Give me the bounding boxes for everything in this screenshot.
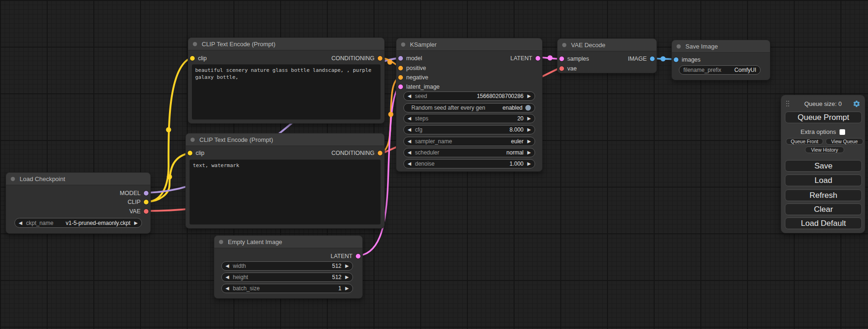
scheduler-widget[interactable]: ◀ scheduler normal ▶ xyxy=(403,148,535,157)
node-title-bar[interactable]: KSampler xyxy=(396,38,542,51)
node-clip-text-encode-positive[interactable]: CLIP Text Encode (Prompt) clip CONDITION… xyxy=(188,37,385,124)
sampler-name-widget[interactable]: ◀ sampler_name euler ▶ xyxy=(403,137,535,146)
latent-image-input-dot[interactable] xyxy=(398,84,403,89)
node-title-bar[interactable]: Empty Latent Image xyxy=(214,236,362,248)
arrow-right-icon[interactable]: ▶ xyxy=(345,264,349,268)
image-output-dot[interactable] xyxy=(650,56,655,61)
queue-front-button[interactable]: Queue Front xyxy=(786,138,823,145)
collapse-dot-icon[interactable] xyxy=(191,138,195,142)
vae-output-dot[interactable] xyxy=(144,209,148,214)
arrow-right-icon[interactable]: ▶ xyxy=(527,94,531,98)
arrow-left-icon[interactable]: ◀ xyxy=(408,161,411,166)
negative-input-dot[interactable] xyxy=(398,75,403,80)
gear-icon[interactable] xyxy=(853,100,861,108)
model-input-dot[interactable] xyxy=(398,56,403,61)
arrow-left-icon[interactable]: ◀ xyxy=(408,150,411,155)
arrow-left-icon[interactable]: ◀ xyxy=(408,127,411,132)
arrow-left-icon[interactable]: ◀ xyxy=(408,94,411,98)
node-load-checkpoint[interactable]: Load Checkpoint MODEL CLIP VAE ◀ ckpt_na… xyxy=(6,172,151,234)
steps-widget[interactable]: ◀ steps 20 ▶ xyxy=(403,114,535,123)
conditioning-output-dot[interactable] xyxy=(378,56,382,61)
node-title-bar[interactable]: CLIP Text Encode (Prompt) xyxy=(188,38,384,50)
link-dot[interactable] xyxy=(661,56,666,62)
height-widget[interactable]: ◀ height 512 ▶ xyxy=(221,273,353,282)
arrow-left-icon[interactable]: ◀ xyxy=(408,116,411,121)
output-conditioning: CONDITIONING xyxy=(332,150,382,156)
node-title-bar[interactable]: Save Image xyxy=(672,40,770,53)
seed-widget[interactable]: ◀ seed 156680208700286 ▶ xyxy=(403,91,535,101)
arrow-left-icon[interactable]: ◀ xyxy=(19,221,22,225)
arrow-left-icon[interactable]: ◀ xyxy=(226,264,229,268)
save-button[interactable]: Save xyxy=(785,160,862,172)
widget-label: cfg xyxy=(415,126,423,133)
arrow-left-icon[interactable]: ◀ xyxy=(226,286,229,291)
random-seed-toggle-widget[interactable]: Random seed after every gen enabled xyxy=(403,103,535,112)
latent-output-dot[interactable] xyxy=(356,254,360,259)
negative-prompt-textarea[interactable]: text, watermark xyxy=(190,160,381,224)
queue-panel-header: Queue size: 0 xyxy=(781,100,865,107)
node-ksampler[interactable]: KSampler model positive negative latent_… xyxy=(396,38,543,172)
node-vae-decode[interactable]: VAE Decode samples vae IMAGE xyxy=(557,38,657,73)
toggle-indicator-icon[interactable] xyxy=(525,105,531,111)
arrow-right-icon[interactable]: ▶ xyxy=(527,127,531,132)
node-save-image[interactable]: Save Image images filename_prefix ComfyU… xyxy=(671,40,770,80)
node-title: KSampler xyxy=(410,41,437,48)
link-dot[interactable] xyxy=(548,56,553,61)
link-dot[interactable] xyxy=(388,60,393,65)
denoise-widget[interactable]: ◀ denoise 1.000 ▶ xyxy=(403,159,535,168)
node-title-bar[interactable]: Load Checkpoint xyxy=(6,173,150,185)
extra-options-checkbox[interactable] xyxy=(840,129,845,135)
node-clip-text-encode-negative[interactable]: CLIP Text Encode (Prompt) clip CONDITION… xyxy=(185,133,385,229)
arrow-right-icon[interactable]: ▶ xyxy=(345,275,349,280)
load-default-button[interactable]: Load Default xyxy=(785,217,862,229)
view-history-button[interactable]: View History xyxy=(805,147,844,153)
collapse-dot-icon[interactable] xyxy=(219,240,223,244)
collapse-dot-icon[interactable] xyxy=(401,42,405,47)
widget-label: steps xyxy=(415,115,429,122)
model-output-dot[interactable] xyxy=(144,191,148,196)
arrow-right-icon[interactable]: ▶ xyxy=(527,161,531,166)
arrow-right-icon[interactable]: ▶ xyxy=(527,139,531,144)
samples-input-dot[interactable] xyxy=(559,56,564,61)
images-input-dot[interactable] xyxy=(674,57,678,62)
clip-input-dot[interactable] xyxy=(190,56,195,61)
vae-input-dot[interactable] xyxy=(559,66,564,71)
arrow-right-icon[interactable]: ▶ xyxy=(134,221,138,225)
clear-button[interactable]: Clear xyxy=(785,203,862,215)
positive-prompt-textarea[interactable]: beautiful scenery nature glass bottle la… xyxy=(192,64,381,119)
ckpt-name-widget[interactable]: ◀ ckpt_name v1-5-pruned-emaonly.ckpt ▶ xyxy=(14,218,142,228)
conditioning-output-dot[interactable] xyxy=(378,151,382,155)
drag-handle-icon[interactable] xyxy=(786,101,790,108)
node-empty-latent-image[interactable]: Empty Latent Image LATENT ◀ width 512 ▶ … xyxy=(214,235,363,299)
widget-label: batch_size xyxy=(233,285,260,292)
input-clip: clip xyxy=(188,150,205,156)
filename-prefix-widget[interactable]: filename_prefix ComfyUI xyxy=(679,65,761,75)
batch-size-widget[interactable]: ◀ batch_size 1 ▶ xyxy=(221,284,353,293)
arrow-left-icon[interactable]: ◀ xyxy=(408,139,411,144)
view-queue-button[interactable]: View Queue xyxy=(826,138,863,145)
arrow-right-icon[interactable]: ▶ xyxy=(527,116,531,121)
width-widget[interactable]: ◀ width 512 ▶ xyxy=(221,261,353,271)
clip-input-dot[interactable] xyxy=(188,151,192,155)
collapse-dot-icon[interactable] xyxy=(677,44,681,49)
refresh-button[interactable]: Refresh xyxy=(785,189,862,201)
node-title-bar[interactable]: VAE Decode xyxy=(557,39,656,51)
link-dot[interactable] xyxy=(167,175,172,180)
link-dot[interactable] xyxy=(388,112,394,117)
arrow-left-icon[interactable]: ◀ xyxy=(226,275,229,280)
arrow-right-icon[interactable]: ▶ xyxy=(527,150,531,155)
queue-prompt-button[interactable]: Queue Prompt xyxy=(785,112,862,123)
positive-input-dot[interactable] xyxy=(398,66,403,70)
collapse-dot-icon[interactable] xyxy=(193,42,197,46)
arrow-right-icon[interactable]: ▶ xyxy=(345,286,349,291)
collapse-dot-icon[interactable] xyxy=(562,43,566,47)
link-dot[interactable] xyxy=(166,127,171,133)
clip-output-dot[interactable] xyxy=(144,200,148,204)
output-label: MODEL xyxy=(120,190,141,196)
node-title-bar[interactable]: CLIP Text Encode (Prompt) xyxy=(186,133,384,146)
cfg-widget[interactable]: ◀ cfg 8.000 ▶ xyxy=(403,125,535,134)
load-button[interactable]: Load xyxy=(785,175,862,186)
collapse-dot-icon[interactable] xyxy=(11,177,15,181)
latent-output-dot[interactable] xyxy=(536,56,540,61)
output-model: MODEL xyxy=(120,190,148,196)
